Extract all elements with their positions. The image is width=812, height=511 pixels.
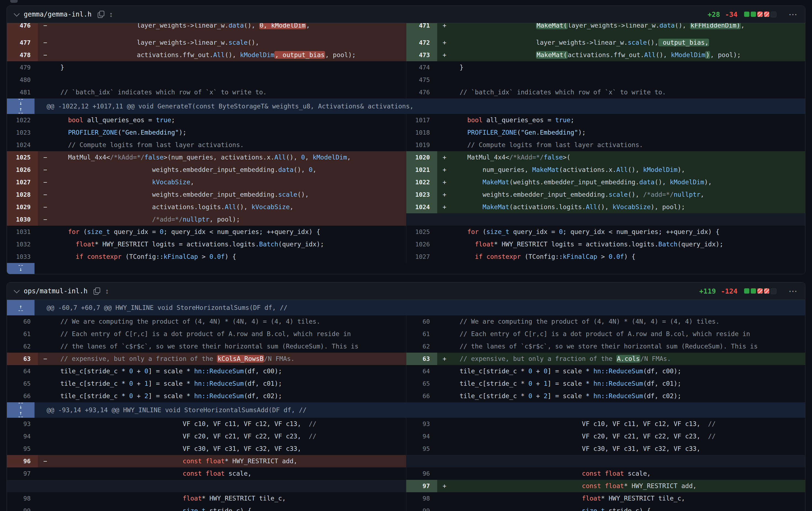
diff-pane-right: 63+ // expensive, but only a fraction of… — [406, 353, 805, 365]
line-number[interactable]: 474 — [406, 61, 437, 74]
line-number[interactable]: 1029 — [7, 201, 38, 213]
line-number[interactable]: 475 — [406, 74, 437, 86]
expand-hunk-button[interactable]: ↑ — [7, 300, 34, 315]
line-number[interactable]: 478 — [7, 49, 38, 61]
line-number[interactable]: 62 — [7, 340, 38, 353]
line-number[interactable]: 1032 — [7, 238, 38, 250]
line-number[interactable]: 481 — [7, 86, 38, 98]
line-number[interactable]: 476 — [7, 23, 38, 36]
chevron-down-icon[interactable] — [14, 287, 20, 293]
line-number[interactable]: 94 — [406, 430, 437, 443]
line-number[interactable]: 66 — [7, 390, 38, 402]
line-number[interactable]: 62 — [406, 340, 437, 353]
diff-marker-text: + — [443, 51, 446, 59]
line-number[interactable]: 1023 — [7, 126, 38, 139]
code-token: /*add=*/ — [643, 191, 674, 198]
line-number[interactable]: 93 — [7, 418, 38, 430]
line-number[interactable]: 99 — [406, 505, 437, 511]
line-number[interactable]: 1017 — [406, 114, 437, 126]
code-token: (activations.x. — [559, 166, 616, 173]
diff-pane-left: 61 // Each entry of C[r,c] is a dot prod… — [7, 328, 406, 340]
line-number[interactable]: 93 — [406, 418, 437, 430]
line-number[interactable]: 95 — [406, 443, 437, 455]
chevron-down-icon[interactable] — [14, 10, 20, 16]
line-number[interactable]: 95 — [7, 443, 38, 455]
line-number[interactable]: 1033 — [7, 250, 38, 263]
line-number[interactable]: 1022 — [406, 176, 437, 188]
line-number[interactable]: 1022 — [7, 114, 38, 126]
line-number[interactable]: 1020 — [406, 151, 437, 163]
line-number[interactable]: 97 — [7, 468, 38, 480]
line-number[interactable]: 66 — [406, 390, 437, 402]
copy-path-icon[interactable] — [98, 11, 104, 18]
file-name[interactable]: gemma/gemma-inl.h — [24, 10, 92, 18]
file-name[interactable]: ops/matmul-inl.h — [24, 287, 87, 295]
line-number[interactable]: 1027 — [406, 250, 437, 263]
line-number[interactable]: 63 — [406, 353, 437, 365]
code-token — [483, 253, 486, 260]
line-number[interactable]: 1024 — [406, 201, 437, 213]
code-token: size_t — [582, 507, 605, 511]
code-token: ; — [571, 116, 574, 124]
code-text: bool all_queries_eos = true; — [452, 116, 574, 124]
line-number[interactable]: 61 — [7, 328, 38, 340]
expand-hunk-button[interactable]: ↓ — [7, 263, 34, 274]
clipped-expand-button-remnant[interactable] — [10, 0, 18, 3]
line-number[interactable]: 1031 — [7, 226, 38, 238]
deleted-block-icon — [764, 11, 769, 17]
line-number[interactable]: 1023 — [406, 188, 437, 201]
line-number[interactable]: 1027 — [7, 176, 38, 188]
line-number[interactable]: 471 — [406, 23, 437, 36]
drag-move-icon[interactable]: ↕ — [109, 11, 113, 18]
line-number[interactable]: 98 — [7, 492, 38, 505]
line-number[interactable]: 1026 — [7, 163, 38, 176]
line-number[interactable]: 476 — [406, 86, 437, 98]
diff-pane-right: 94 VF c20, VF c21, VF c22, VF c23, // — [406, 430, 805, 443]
line-number[interactable]: 477 — [7, 36, 38, 49]
line-number[interactable]: 63 — [7, 353, 38, 365]
line-number[interactable]: 1030 — [7, 213, 38, 226]
line-number[interactable]: 472 — [406, 36, 437, 49]
line-number[interactable]: 479 — [7, 61, 38, 74]
line-number[interactable]: 473 — [406, 49, 437, 61]
line-number[interactable]: 1026 — [406, 238, 437, 250]
line-number[interactable]: 99 — [7, 505, 38, 511]
expand-hunk-button[interactable]: ↓↑ — [7, 402, 34, 418]
diff-row: 1024 // Compute logits from last layer a… — [7, 139, 805, 151]
line-number[interactable]: 98 — [406, 492, 437, 505]
code-text: bool all_queries_eos = true; — [53, 116, 175, 124]
line-number[interactable]: 96 — [406, 468, 437, 480]
line-number[interactable]: 60 — [7, 315, 38, 328]
line-number[interactable]: 1021 — [406, 163, 437, 176]
code-token — [53, 253, 76, 260]
expand-hunk-button[interactable]: ↓↑ — [7, 98, 34, 114]
line-number[interactable]: 1028 — [7, 188, 38, 201]
line-number[interactable]: 96 — [7, 455, 38, 468]
code-token: (weights.embedder_input_embedding. — [509, 179, 639, 186]
drag-move-icon[interactable]: ↕ — [105, 288, 109, 295]
line-number[interactable]: 60 — [406, 315, 437, 328]
code-token: 0 — [309, 166, 313, 173]
line-number[interactable]: 64 — [7, 365, 38, 378]
code-token: A.cols — [616, 355, 640, 363]
line-number[interactable]: 480 — [7, 74, 38, 86]
line-number[interactable]: 65 — [406, 378, 437, 390]
diff-row: 64 tile_c[stride_c * 0 + 0] = scale * hn… — [7, 365, 805, 378]
line-number[interactable]: 64 — [406, 365, 437, 378]
line-number[interactable]: 94 — [7, 430, 38, 443]
line-number[interactable]: 1025 — [7, 151, 38, 163]
line-number[interactable]: 1018 — [406, 126, 437, 139]
code-token: // `batch_idx` indicates which row of `x… — [53, 89, 267, 96]
line-number[interactable]: 65 — [7, 378, 38, 390]
diff-marker-text: − — [44, 166, 47, 173]
line-number[interactable]: 97 — [406, 480, 437, 492]
line-number[interactable]: 1024 — [7, 139, 38, 151]
copy-path-icon[interactable] — [93, 288, 100, 295]
line-number[interactable]: 1025 — [406, 226, 437, 238]
line-number[interactable]: 61 — [406, 328, 437, 340]
line-number[interactable]: 1019 — [406, 139, 437, 151]
diff-marker-text: − — [44, 154, 47, 161]
code-token: (df, c02); — [643, 392, 681, 399]
hunk-header-row: ↑@@ -60,7 +60,7 @@ HWY_INLINE void Store… — [7, 300, 805, 315]
code-line: // `batch_idx` indicates which row of `x… — [53, 86, 406, 98]
